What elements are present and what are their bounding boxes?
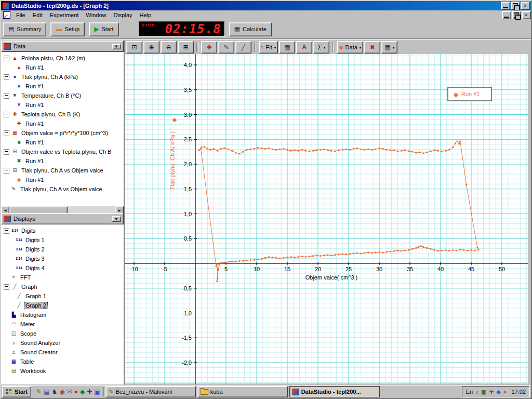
- data-series-run-1[interactable]: [199, 141, 478, 281]
- collapse-icon[interactable]: [4, 93, 9, 99]
- data-item-tlak-vs-objem-2[interactable]: ✎Tlak plynu, Ch A vs Objem valce: [1, 184, 124, 194]
- display-item-digits-3[interactable]: 3.14Digits 3: [1, 254, 124, 263]
- tray-icon[interactable]: ▣: [481, 389, 486, 395]
- smart-tool-button[interactable]: ✚: [201, 41, 217, 54]
- data-item-teplota-plynu[interactable]: ✚Teplota plynu, Ch B (K): [1, 110, 124, 119]
- run-item[interactable]: ▲Run #1: [1, 63, 124, 72]
- statistics-menu-button[interactable]: Σ▾: [313, 41, 329, 54]
- run-item[interactable]: ▼Run #1: [1, 100, 124, 110]
- language-indicator[interactable]: En: [466, 389, 473, 395]
- minimize-button[interactable]: [501, 2, 510, 10]
- quick-launch-icon[interactable]: ▣: [94, 389, 100, 395]
- data-item-tlak-vs-objem[interactable]: ⊞Tlak plynu, Ch A vs Objem valce: [1, 166, 124, 175]
- display-item-fft[interactable]: ≈FFT: [1, 273, 124, 282]
- remove-button[interactable]: ✖: [364, 41, 380, 54]
- note-tool-button[interactable]: ✎: [218, 41, 234, 54]
- display-item-graph-2[interactable]: ╱Graph 2: [1, 301, 124, 310]
- display-item-digits-1[interactable]: 3.14Digits 1: [1, 235, 124, 245]
- tray-icon[interactable]: ●: [503, 389, 507, 395]
- menu-help[interactable]: Help: [136, 11, 155, 19]
- display-item-workbook[interactable]: ▤Workbook: [1, 366, 124, 376]
- display-item-meter[interactable]: ◠Meter: [1, 320, 124, 329]
- fit-menu-button[interactable]: ≈Fit▾: [259, 41, 278, 54]
- displays-panel-header[interactable]: Displays ▼: [1, 213, 124, 224]
- quick-launch-icon[interactable]: ◆: [80, 389, 85, 395]
- display-item-sound-creator[interactable]: ♫Sound Creator: [1, 348, 124, 357]
- display-item-histogram[interactable]: ▙Histogram: [1, 310, 124, 320]
- start-menu-button[interactable]: Start: [2, 386, 31, 397]
- quick-launch-icon[interactable]: ✉: [67, 389, 72, 395]
- graph-canvas[interactable]: -10-551015202530354045504,03,53,02,52,01…: [125, 54, 528, 383]
- display-item-graph[interactable]: ╱Graph: [1, 282, 124, 291]
- run-item[interactable]: ■Run #1: [1, 138, 124, 147]
- zoom-out-button[interactable]: ⊖: [161, 41, 177, 54]
- menu-file[interactable]: File: [12, 11, 29, 19]
- run-item[interactable]: ●Run #1: [1, 82, 124, 91]
- quick-launch-icon[interactable]: ▤: [44, 389, 49, 395]
- graph-plot-area[interactable]: -10-551015202530354045504,03,53,02,52,01…: [125, 54, 528, 384]
- scale-to-fit-button[interactable]: ⊡: [126, 41, 142, 54]
- quick-launch-icon[interactable]: ♞: [51, 389, 57, 395]
- data-tree-hscrollbar[interactable]: ◀ ▶: [1, 206, 124, 213]
- minimize-icon: [504, 17, 509, 18]
- summary-button[interactable]: ▤ Summary: [3, 22, 46, 36]
- calculate-tool-button[interactable]: ▦: [279, 41, 295, 54]
- quick-launch-icon[interactable]: ✎: [36, 389, 42, 395]
- mdi-restore-button[interactable]: [512, 11, 521, 19]
- mdi-minimize-button[interactable]: [502, 11, 511, 19]
- start-button[interactable]: ▶ Start: [89, 22, 118, 36]
- menu-display[interactable]: Display: [110, 11, 136, 19]
- quick-launch-icon[interactable]: ●: [74, 389, 78, 395]
- display-item-digits-4[interactable]: 3.14Digits 4: [1, 263, 124, 273]
- display-item-graph-1[interactable]: ╱Graph 1: [1, 291, 124, 301]
- tray-icon[interactable]: ♪: [475, 389, 478, 395]
- data-item-tlak-plynu[interactable]: ●Tlak plynu, Ch A (kPa): [1, 72, 124, 82]
- text-annotation-button[interactable]: A: [296, 41, 312, 54]
- display-item-digits-2[interactable]: 3.14Digits 2: [1, 245, 124, 254]
- slope-tool-button[interactable]: ╱: [235, 41, 251, 54]
- collapse-icon[interactable]: [4, 112, 9, 117]
- displays-panel-dropdown[interactable]: ▼: [112, 216, 121, 222]
- zoom-select-button[interactable]: ⊞: [178, 41, 194, 54]
- task-button-datastudio[interactable]: DataStudio - tepl200...: [289, 386, 380, 397]
- task-button-kuba[interactable]: kuba: [197, 386, 288, 397]
- collapse-icon[interactable]: [4, 149, 9, 155]
- tray-icon[interactable]: ✚: [489, 389, 494, 395]
- run-item[interactable]: ✖Run #1: [1, 156, 124, 166]
- zoom-in-button[interactable]: ⊕: [143, 41, 159, 54]
- quick-launch-icon[interactable]: ◉: [59, 389, 64, 395]
- close-button[interactable]: ×: [521, 2, 530, 10]
- data-item-objem-vs-teplota[interactable]: ⊞Objem valce vs Teplota plynu, Ch B: [1, 147, 124, 156]
- task-button-malovani[interactable]: ✎Bez_názvu - Malování: [105, 386, 196, 397]
- mdi-close-button[interactable]: ×: [522, 11, 531, 19]
- menu-window[interactable]: Window: [82, 11, 110, 19]
- collapse-icon[interactable]: [4, 284, 9, 290]
- calculate-button[interactable]: ▦ Calculate: [229, 22, 272, 36]
- menu-edit[interactable]: Edit: [29, 11, 46, 19]
- menu-experiment[interactable]: Experiment: [46, 11, 83, 19]
- restore-button[interactable]: [511, 2, 520, 10]
- data-item-objem-valce[interactable]: ▦Objem valce = pi*r*r*y*100 (cm^3): [1, 128, 124, 138]
- data-item-temperature[interactable]: ▼Temperature, Ch B (°C): [1, 91, 124, 100]
- collapse-icon[interactable]: [4, 168, 9, 174]
- collapse-icon[interactable]: [4, 56, 9, 61]
- collapse-icon[interactable]: [4, 74, 9, 80]
- quick-launch-icon[interactable]: ✚: [87, 389, 92, 395]
- tray-icon[interactable]: ◆: [496, 389, 500, 395]
- data-panel-header[interactable]: Data ▼: [1, 41, 124, 52]
- collapse-icon[interactable]: [4, 228, 9, 234]
- data-menu-button[interactable]: ◆Data▾: [337, 41, 363, 54]
- setup-button[interactable]: ▬ Setup: [50, 22, 85, 36]
- title-bar[interactable]: DataStudio - tepl200g.ds - [Graph 2] ×: [1, 1, 531, 10]
- graph-document-icon[interactable]: [3, 11, 10, 19]
- display-item-digits[interactable]: 3.14Digits: [1, 226, 124, 235]
- run-item[interactable]: ✚Run #1: [1, 119, 124, 128]
- collapse-icon[interactable]: [4, 130, 9, 136]
- graph-settings-button[interactable]: ▦▾: [381, 41, 397, 54]
- data-panel-dropdown[interactable]: ▼: [112, 44, 121, 49]
- run-item[interactable]: ◆Run #1: [1, 175, 124, 184]
- display-item-scope[interactable]: ◫Scope: [1, 329, 124, 338]
- display-item-sound-analyzer[interactable]: ♪Sound Analyzer: [1, 338, 124, 348]
- display-item-table[interactable]: ▦Table: [1, 357, 124, 366]
- data-item-poloha-pistu[interactable]: ▲Poloha pistu, Ch 1&2 (m): [1, 54, 124, 63]
